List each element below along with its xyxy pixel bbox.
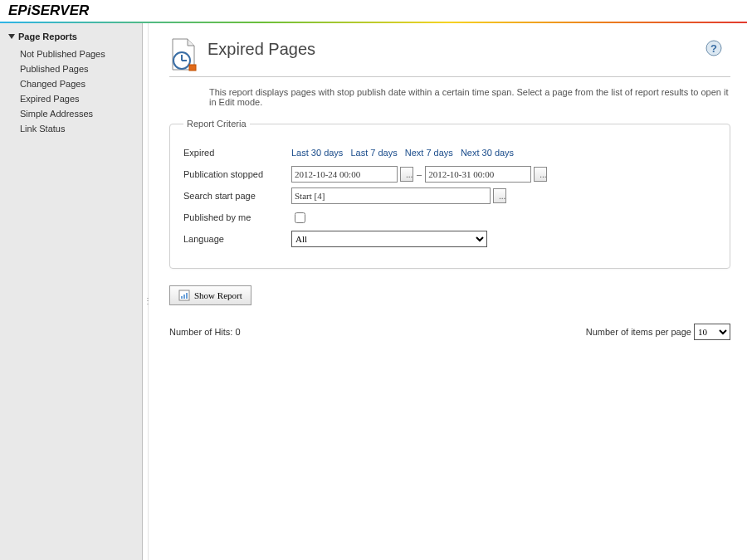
splitter-grip-icon: ⋮ [144,299,152,303]
hits-label: Number of Hits: 0 [169,327,241,337]
criteria-fieldset: Report Criteria Expired Last 30 days Las… [169,119,730,269]
start-page-label: Search start page [183,191,291,201]
sidebar-group-page-reports[interactable]: Page Reports [8,32,135,41]
publication-to-input[interactable] [425,166,531,183]
language-select[interactable]: All [291,231,487,247]
start-page-picker[interactable]: ... [493,188,506,203]
svg-rect-4 [189,65,196,71]
sidebar-item-label: Not Published Pages [20,49,105,59]
sidebar-group-label: Page Reports [18,32,77,41]
show-report-label: Show Report [194,290,242,300]
publication-stopped-label: Publication stopped [183,169,291,179]
page-titlebar: Expired Pages ? [169,38,730,77]
app-logo: EPiSERVER [0,0,747,22]
sidebar-item-label: Link Status [20,124,65,134]
quick-link-next-7[interactable]: Next 7 days [405,148,453,158]
sidebar-item-expired[interactable]: Expired Pages [7,91,135,106]
svg-rect-8 [181,296,183,299]
publication-to-picker[interactable]: ... [534,167,547,182]
splitter[interactable]: ⋮ [143,23,149,560]
sidebar-item-label: Expired Pages [20,94,80,104]
main-content: Expired Pages ? This report displays pag… [149,23,747,560]
show-report-button[interactable]: Show Report [169,285,251,305]
items-per-page-label: Number of items per page [586,327,691,337]
expired-page-icon [169,38,199,71]
sidebar-item-not-published[interactable]: Not Published Pages [7,46,135,61]
report-icon [178,290,190,301]
start-page-input[interactable] [291,187,491,204]
publication-from-picker[interactable]: ... [400,167,413,182]
publication-from-input[interactable] [291,166,398,183]
svg-rect-9 [183,295,185,299]
language-label: Language [183,234,291,244]
page-title: Expired Pages [208,40,706,59]
sidebar-item-label: Simple Addresses [20,109,93,119]
results-footer: Number of Hits: 0 Number of items per pa… [169,324,730,340]
published-by-me-label: Published by me [183,212,291,222]
sidebar-item-changed[interactable]: Changed Pages [7,76,135,91]
page-intro: This report displays pages with stop pub… [209,87,730,107]
expired-quick-links: Last 30 days Last 7 days Next 7 days Nex… [291,148,519,158]
svg-marker-0 [8,34,15,39]
app-frame: Page Reports Not Published Pages Publish… [0,23,747,560]
chevron-down-icon [8,33,15,40]
quick-link-last-7[interactable]: Last 7 days [350,148,397,158]
sidebar-item-simple-addresses[interactable]: Simple Addresses [7,106,135,121]
quick-link-last-30[interactable]: Last 30 days [291,148,343,158]
sidebar-item-label: Published Pages [20,64,89,74]
sidebar: Page Reports Not Published Pages Publish… [0,23,143,560]
expired-label: Expired [183,148,291,158]
items-per-page-select[interactable]: 10 [694,324,730,340]
svg-rect-10 [186,293,188,299]
date-range-separator: – [417,169,422,179]
sidebar-item-label: Changed Pages [20,79,85,89]
help-icon[interactable]: ? [706,40,722,56]
svg-text:?: ? [710,42,717,55]
criteria-legend: Report Criteria [183,119,250,129]
quick-link-next-30[interactable]: Next 30 days [461,148,514,158]
sidebar-item-link-status[interactable]: Link Status [7,121,135,136]
sidebar-item-published[interactable]: Published Pages [7,61,135,76]
published-by-me-checkbox[interactable] [295,212,305,223]
